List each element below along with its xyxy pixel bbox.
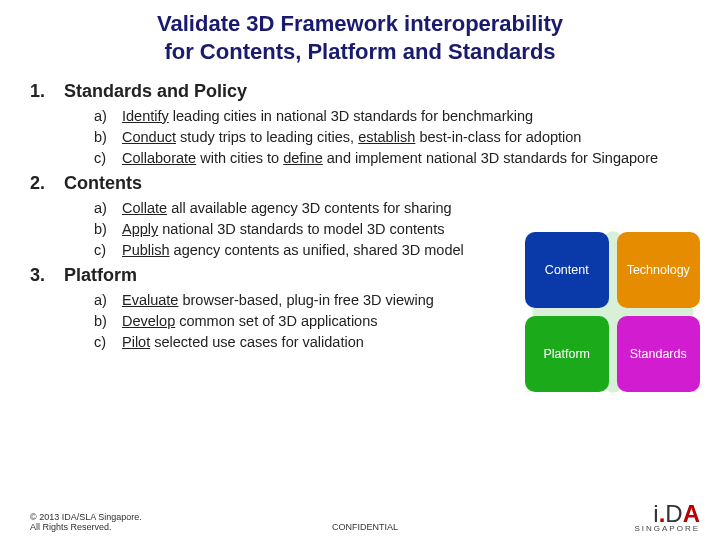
section-num: 2. (30, 173, 58, 194)
confidential-label: CONFIDENTIAL (332, 522, 398, 532)
list-item: b) Apply national 3D standards to model … (94, 219, 500, 240)
list-item: c) Publish agency contents as unified, s… (94, 240, 500, 261)
title-line-2: for Contents, Platform and Standards (40, 38, 680, 66)
section-num: 3. (30, 265, 58, 286)
quad-standards: Standards (617, 316, 701, 392)
quadrant-graphic: Content Technology Platform Standards (525, 232, 700, 392)
section-2-heading: 2. Contents (30, 173, 690, 194)
list-item: c) Pilot selected use cases for validati… (94, 332, 500, 353)
section-num: 1. (30, 81, 58, 102)
section-title: Standards and Policy (64, 81, 247, 102)
footer: © 2013 IDA/SLA Singapore. All Rights Res… (30, 503, 700, 532)
quad-grid: Content Technology Platform Standards (525, 232, 700, 392)
quad-technology: Technology (617, 232, 701, 308)
slide-title: Validate 3D Framework interoperability f… (0, 0, 720, 77)
list-item: b) Conduct study trips to leading cities… (94, 127, 690, 148)
section-title: Contents (64, 173, 142, 194)
list-item: a) Identify leading cities in national 3… (94, 106, 690, 127)
section-title: Platform (64, 265, 137, 286)
list-item: b) Develop common set of 3D applications (94, 311, 500, 332)
list-item: a) Evaluate browser-based, plug-in free … (94, 290, 500, 311)
section-1-items: a) Identify leading cities in national 3… (94, 106, 690, 169)
list-item: c) Collaborate with cities to define and… (94, 148, 690, 169)
copyright: © 2013 IDA/SLA Singapore. All Rights Res… (30, 512, 142, 532)
ida-logo: i.DA SINGAPORE (634, 503, 700, 532)
list-item: a) Collate all available agency 3D conte… (94, 198, 500, 219)
quad-platform: Platform (525, 316, 609, 392)
quad-content: Content (525, 232, 609, 308)
section-1-heading: 1. Standards and Policy (30, 81, 690, 102)
title-line-1: Validate 3D Framework interoperability (40, 10, 680, 38)
